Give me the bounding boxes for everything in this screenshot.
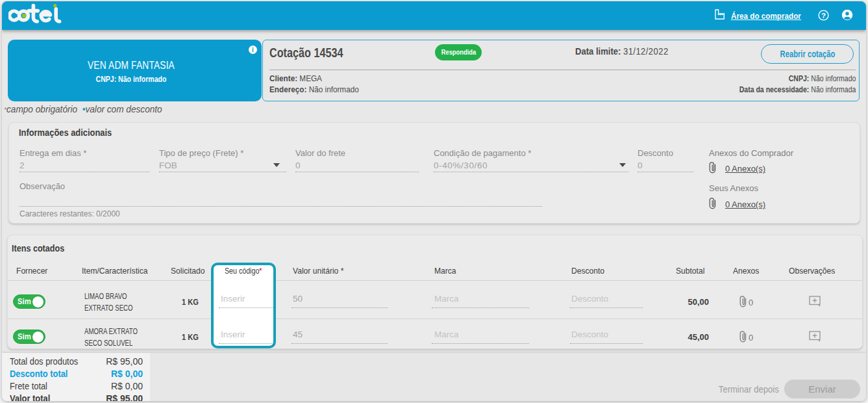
svg-text:?: ? [821, 12, 826, 20]
